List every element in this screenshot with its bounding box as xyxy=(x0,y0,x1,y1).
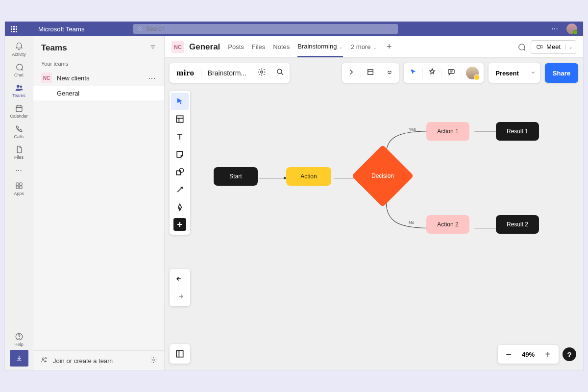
sidebar-title: Teams xyxy=(41,43,67,53)
teams-icon xyxy=(15,83,24,92)
miro-present-group: Present xyxy=(489,63,540,83)
comments-icon[interactable] xyxy=(441,68,461,78)
present-button[interactable]: Present xyxy=(489,70,526,77)
pen-tool[interactable] xyxy=(171,198,189,216)
settings-more-icon[interactable]: ⋯ xyxy=(551,25,559,33)
board-settings-icon[interactable] xyxy=(252,68,271,78)
meet-dropdown[interactable]: ⌄ xyxy=(565,45,576,49)
miro-tools-group xyxy=(404,63,484,83)
filter-icon[interactable] xyxy=(149,44,156,52)
channel-row[interactable]: General xyxy=(33,86,164,100)
miro-canvas[interactable]: miro Brainstorm... xyxy=(165,58,583,370)
node-result1[interactable]: Result 1 xyxy=(496,122,539,141)
app-rail: Activity Chat Teams Calendar Calls Files… xyxy=(5,36,33,370)
svg-rect-11 xyxy=(19,186,22,189)
select-tool[interactable] xyxy=(171,93,189,110)
nav-arrow-icon[interactable] xyxy=(342,68,361,78)
bell-icon xyxy=(15,42,24,51)
command-bar: Microsoft Teams ⋯ xyxy=(5,22,583,36)
rail-apps[interactable]: Apps xyxy=(5,178,33,199)
text-tool[interactable] xyxy=(171,128,189,146)
svg-line-25 xyxy=(281,73,283,75)
cursor-tool-icon[interactable] xyxy=(404,68,422,78)
shape-tool[interactable] xyxy=(171,163,189,181)
search-input[interactable] xyxy=(146,25,394,32)
minimap-button[interactable] xyxy=(170,344,190,364)
frames-dropdown-icon[interactable] xyxy=(380,68,399,78)
node-start[interactable]: Start xyxy=(214,167,258,186)
help-icon xyxy=(15,332,24,341)
add-tab-button[interactable]: + xyxy=(385,42,394,52)
channel-tabs: Posts Files Notes Brainstorming ⌄ 2 more… xyxy=(228,37,393,57)
line-tool[interactable] xyxy=(171,181,189,198)
tab-brainstorming[interactable]: Brainstorming ⌄ xyxy=(297,37,343,57)
svg-rect-42 xyxy=(176,350,183,357)
tab-more[interactable]: 2 more ⌄ xyxy=(351,37,377,56)
node-action1[interactable]: Action 1 xyxy=(426,122,469,141)
rail-calendar[interactable]: Calendar xyxy=(5,101,33,122)
rail-help[interactable]: Help xyxy=(5,329,33,350)
reactions-icon[interactable] xyxy=(422,68,441,78)
edge-label-no: No xyxy=(409,220,415,225)
node-result2[interactable]: Result 2 xyxy=(496,215,539,234)
channel-token: NC xyxy=(172,41,184,53)
teams-sidebar: Teams Your teams NC New clients ⋯ Genera… xyxy=(33,36,165,370)
svg-rect-22 xyxy=(537,45,541,48)
svg-point-21 xyxy=(153,359,155,361)
join-team-icon xyxy=(40,356,48,366)
team-row[interactable]: NC New clients ⋯ xyxy=(33,70,164,86)
manage-gear-icon[interactable] xyxy=(150,356,157,366)
template-tool[interactable] xyxy=(171,110,189,128)
app-name: Microsoft Teams xyxy=(38,25,84,33)
frames-icon[interactable] xyxy=(361,68,380,78)
apps-icon xyxy=(15,181,24,190)
download-app-button[interactable] xyxy=(10,350,28,367)
tab-notes[interactable]: Notes xyxy=(273,37,290,56)
svg-rect-8 xyxy=(16,183,19,185)
rail-teams[interactable]: Teams xyxy=(5,80,33,101)
rail-activity[interactable]: Activity xyxy=(5,39,33,60)
download-icon xyxy=(15,354,23,362)
miro-board-name[interactable]: Brainstorm... xyxy=(201,69,252,77)
undo-button[interactable] xyxy=(171,270,189,288)
sidebar-footer: Join or create a team xyxy=(33,350,164,370)
share-button[interactable]: Share xyxy=(545,63,578,83)
node-decision[interactable]: Decision xyxy=(351,145,414,207)
team-name: New clients xyxy=(57,74,89,82)
rail-chat[interactable]: Chat xyxy=(5,60,33,80)
tab-files[interactable]: Files xyxy=(252,37,265,56)
more-tools-button[interactable] xyxy=(173,218,186,231)
join-team-button[interactable]: Join or create a team xyxy=(53,357,113,365)
node-action2[interactable]: Action 2 xyxy=(426,215,469,234)
rail-calls[interactable]: Calls xyxy=(5,122,33,142)
zoom-value[interactable]: 49% xyxy=(518,351,538,358)
miro-logo[interactable]: miro xyxy=(170,68,201,78)
zoom-out-button[interactable]: − xyxy=(502,349,515,360)
sticky-note-tool[interactable] xyxy=(171,146,189,163)
present-dropdown-icon[interactable] xyxy=(526,69,540,77)
app-launcher-icon[interactable] xyxy=(11,26,19,32)
calendar-icon xyxy=(15,104,24,113)
tab-posts[interactable]: Posts xyxy=(228,37,244,56)
node-action[interactable]: Action xyxy=(286,167,331,186)
participant-avatar[interactable] xyxy=(461,67,484,79)
rail-more-icon[interactable]: ⋯ xyxy=(15,163,23,178)
svg-point-24 xyxy=(277,69,282,74)
board-search-icon[interactable] xyxy=(271,68,290,78)
phone-icon xyxy=(15,124,24,133)
chat-icon xyxy=(15,63,24,72)
rail-files[interactable]: Files xyxy=(5,142,33,163)
help-button[interactable]: ? xyxy=(563,347,576,361)
reply-chat-icon[interactable] xyxy=(517,43,526,51)
edge-label-yes: Yes xyxy=(409,127,416,132)
redo-button[interactable] xyxy=(171,288,189,305)
svg-rect-9 xyxy=(19,183,22,185)
miro-nav-group xyxy=(342,63,399,83)
search-box[interactable] xyxy=(133,24,398,34)
sidebar-group-label: Your teams xyxy=(33,58,164,70)
zoom-in-button[interactable]: + xyxy=(541,349,555,360)
user-avatar[interactable] xyxy=(566,24,577,34)
svg-point-18 xyxy=(45,358,47,359)
team-more-icon[interactable]: ⋯ xyxy=(148,74,156,83)
meet-button[interactable]: Meet xyxy=(531,43,565,50)
